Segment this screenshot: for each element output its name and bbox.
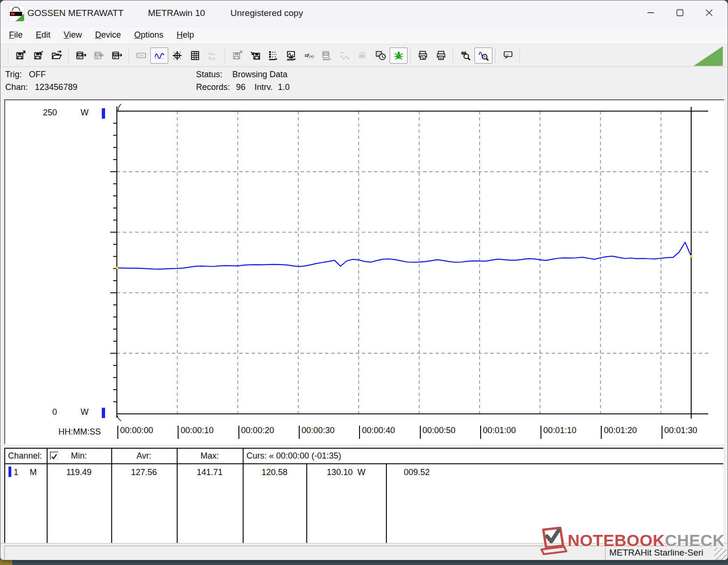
device-stop-icon: 321 (94, 50, 104, 61)
app-logo-icon (9, 6, 24, 21)
channel-list-icon (268, 50, 278, 61)
zoom-wave-button[interactable] (474, 48, 492, 64)
records-value: 96 (236, 82, 245, 92)
print-icon (436, 50, 446, 61)
device-stop-button: 321 (90, 48, 108, 64)
zoom-all-button[interactable] (457, 48, 474, 64)
chart-view-icon (154, 50, 164, 61)
menu-edit[interactable]: Edit (29, 28, 57, 43)
minimize-button[interactable] (636, 2, 665, 23)
y-axis-unit-bottom: W (81, 407, 89, 417)
save-as-icon (16, 50, 26, 61)
zoom-wave-icon (478, 50, 489, 61)
statusbar-device-panel: METRAHit Starline-Seri (605, 546, 718, 560)
status-bar: METRAHit Starline-Seri (0, 543, 728, 560)
min-value: 119.49 (47, 468, 111, 477)
pulse-out-icon (358, 50, 368, 61)
menu-help[interactable]: Help (170, 28, 201, 43)
y-axis-min-label: 0 (31, 407, 57, 417)
x-tick-label: 00:00:50 (420, 426, 456, 439)
x-tick-label: 00:00:10 (178, 426, 213, 439)
records-label: Records: (196, 82, 230, 92)
chart-view-button[interactable] (150, 48, 168, 64)
statusbar-message-panel (4, 546, 605, 560)
cursor-left-value: 120.58 (243, 468, 306, 477)
analog-out-button (336, 48, 354, 64)
numeric-display-icon: 1257 (136, 50, 147, 61)
toolbar-separator (8, 48, 9, 63)
formula-button[interactable]: =f(x) (300, 48, 318, 64)
connection-indicator-triangle (694, 46, 723, 66)
device-config-icon: 321 (322, 50, 332, 61)
channel-row-color-bar (8, 467, 11, 477)
cursor-delta-value: 009.52 (404, 468, 430, 477)
status-value: Browsing Data (232, 70, 287, 79)
trig-label: Trig: (5, 70, 22, 80)
y-axis-unit-top: W (81, 108, 89, 118)
col-header-channel: Channel: (8, 451, 42, 461)
channel-list-button[interactable] (264, 48, 282, 64)
monitor-button[interactable] (282, 48, 300, 64)
device-memory-button[interactable]: M (108, 48, 126, 64)
chan-value: 123456789 (35, 82, 77, 92)
col-header-avr: Avr: (111, 451, 177, 461)
chart-plot-area[interactable] (5, 100, 724, 444)
cursor-right-value: 130.10 W (306, 468, 386, 477)
open-file-icon (51, 50, 62, 61)
save-button[interactable] (30, 48, 48, 64)
print-preview-button[interactable] (414, 48, 432, 64)
device-name: METRAHit Starline-Seri (609, 548, 703, 558)
toolbar-separator (495, 48, 496, 63)
print-button[interactable] (432, 48, 450, 64)
x-tick-label: 00:01:20 (601, 426, 637, 439)
x-tick-label: 00:01:00 (480, 426, 516, 439)
channel-number: 1 (14, 468, 18, 477)
close-button[interactable] (695, 2, 724, 23)
svg-text:M: M (115, 53, 117, 56)
menu-device[interactable]: Device (89, 28, 128, 43)
menu-options[interactable]: Options (128, 28, 170, 43)
menu-view[interactable]: View (57, 28, 89, 43)
open-file-button[interactable] (48, 48, 65, 64)
interval-value: 1.0 (278, 82, 290, 92)
x-tick-label: 00:01:10 (540, 426, 576, 439)
cursor-right-unit: W (358, 468, 366, 477)
xy-view-button[interactable] (168, 48, 186, 64)
note-button[interactable]: 1/2 (499, 48, 517, 64)
y-axis-max-label: 250 (31, 108, 57, 118)
maximize-button[interactable] (665, 2, 695, 23)
chan-label: Chan: (5, 82, 28, 92)
resize-grip[interactable] (714, 548, 727, 560)
histogram-view-button (204, 48, 222, 64)
monitor-icon (286, 50, 296, 61)
xy-view-icon (172, 50, 182, 61)
zoom-all-icon (460, 50, 471, 61)
app-title: GOSSEN METRAWATT (27, 8, 123, 18)
histogram-view-icon (208, 50, 218, 61)
col-header-min: Min: (47, 451, 111, 461)
status-label: Status: (196, 70, 222, 80)
x-tick-label: 00:01:30 (662, 426, 697, 439)
svg-text:321: 321 (96, 54, 100, 56)
channel-mode: M (30, 468, 37, 477)
svg-text:1/2: 1/2 (505, 53, 509, 56)
scheduler-button[interactable]: 12 (372, 48, 390, 64)
save-as-button[interactable] (12, 48, 30, 64)
device-read-button[interactable]: 321 (72, 48, 90, 64)
table-view-button[interactable] (186, 48, 204, 64)
product-title: METRAwin 10 (148, 8, 205, 18)
device-memory-icon: M (112, 50, 122, 61)
export-icon (232, 50, 243, 61)
svg-text:321: 321 (78, 54, 82, 56)
title-bar: GOSSEN METRAWATT METRAwin 10 Unregistere… (0, 0, 728, 27)
import-data-icon (250, 50, 261, 61)
device-read-icon: 321 (76, 50, 86, 61)
x-tick-label: 00:00:00 (117, 426, 153, 439)
menu-file[interactable]: File (2, 28, 29, 43)
import-data-button[interactable] (246, 48, 264, 64)
numeric-display-button: 1257 (132, 48, 150, 64)
toolbar-separator (225, 48, 226, 63)
debug-button[interactable] (390, 48, 408, 64)
app-window: GOSSEN METRAWATT METRAwin 10 Unregistere… (0, 0, 728, 560)
toolbar-separator (520, 48, 521, 63)
